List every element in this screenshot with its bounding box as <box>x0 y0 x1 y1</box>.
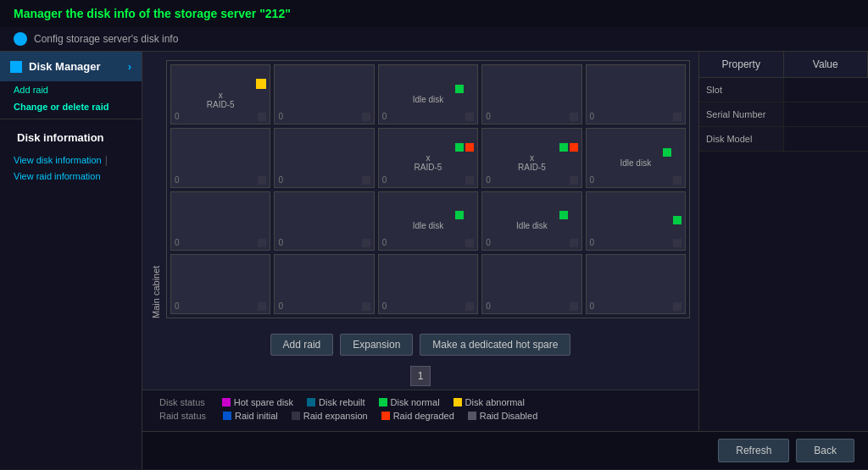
legend-raid-degraded: Raid degraded <box>381 411 454 421</box>
disk-cell[interactable]: 0 <box>586 64 686 124</box>
disk-normal-dot <box>379 398 387 406</box>
sidebar-view-disk[interactable]: View disk information <box>14 155 102 165</box>
legend-disk-normal: Disk normal <box>379 397 440 407</box>
main-layout: Disk Manager › Add raid Change or delete… <box>0 52 868 469</box>
disk-cell[interactable]: 0 <box>274 128 374 188</box>
sidebar-change-delete-raid[interactable]: Change or delete raid <box>0 98 142 115</box>
disk-grid-container: Main cabinet x RAID-500Idle disk00000x R… <box>142 52 698 327</box>
prop-slot-val <box>784 78 869 102</box>
disk-rebuilt-dot <box>307 398 315 406</box>
disk-cell[interactable]: 0 <box>481 64 581 124</box>
hot-spare-label: Hot spare disk <box>234 397 293 407</box>
sidebar-divider <box>0 119 142 119</box>
grid-and-props: Main cabinet x RAID-500Idle disk00000x R… <box>142 52 868 431</box>
add-raid-button[interactable]: Add raid <box>270 334 334 356</box>
raid-degraded-label: Raid degraded <box>393 411 454 421</box>
disk-cell[interactable]: x RAID-50 <box>378 128 478 188</box>
expansion-button[interactable]: Expansion <box>340 334 413 356</box>
sidebar-header-disk-manager[interactable]: Disk Manager › <box>0 52 142 81</box>
disk-normal-label: Disk normal <box>391 397 440 407</box>
disk-manager-section: Disk Manager › Add raid Change or delete… <box>0 52 142 115</box>
disk-cell[interactable]: Idle disk0 <box>481 191 581 252</box>
disk-cell[interactable]: 0 <box>378 254 478 314</box>
prop-slot-key: Slot <box>699 78 784 102</box>
disk-cell[interactable]: 0 <box>170 128 270 188</box>
legend-area: Disk status Hot spare disk Disk rebuilt … <box>142 390 698 431</box>
prop-col1: Property <box>699 52 784 77</box>
legend-raid-disabled: Raid Disabled <box>468 411 537 421</box>
prop-row-slot: Slot <box>699 78 868 102</box>
legend-disk-abnormal: Disk abnormal <box>453 397 525 407</box>
raid-status-label: Raid status <box>159 411 206 421</box>
pagination: 1 <box>142 362 698 390</box>
prop-serial-key: Serial Number <box>699 102 784 126</box>
bottom-bar: Refresh Back <box>142 431 868 469</box>
raid-degraded-dot <box>381 412 390 420</box>
disk-cell[interactable]: 0 <box>170 254 270 314</box>
disk-grid: x RAID-500Idle disk00000x RAID-50x RAID-… <box>166 60 690 318</box>
legend-hot-spare: Hot spare disk <box>222 397 293 407</box>
disk-cell[interactable]: x RAID-50 <box>481 128 581 188</box>
sidebar-add-raid[interactable]: Add raid <box>0 81 142 98</box>
page-1-button[interactable]: 1 <box>410 366 431 386</box>
prop-header: Property Value <box>699 52 868 78</box>
property-panel: Property Value Slot Serial Number Disk M… <box>698 52 868 431</box>
info-icon <box>14 32 27 46</box>
raid-expansion-label: Raid expansion <box>303 411 368 421</box>
grid-section: Main cabinet x RAID-500Idle disk00000x R… <box>142 52 698 431</box>
prop-row-serial: Serial Number <box>699 102 868 127</box>
disk-cell[interactable]: Idle disk0 <box>586 128 686 188</box>
content-wrapper: Main cabinet x RAID-500Idle disk00000x R… <box>142 52 868 469</box>
cabinet-label: Main cabinet <box>151 60 161 318</box>
sidebar-disk-info-label: Disk information <box>17 131 104 144</box>
disk-cell[interactable]: x RAID-50 <box>170 64 270 124</box>
sidebar-view-raid[interactable]: View raid information <box>0 168 142 185</box>
disk-rebuilt-label: Disk rebuilt <box>319 397 364 407</box>
sidebar: Disk Manager › Add raid Change or delete… <box>0 52 142 469</box>
prop-col2: Value <box>784 52 869 77</box>
disk-abnormal-dot <box>453 398 462 406</box>
legend-raid-initial: Raid initial <box>223 411 278 421</box>
prop-serial-val <box>784 102 869 126</box>
raid-disabled-dot <box>468 412 476 420</box>
disk-abnormal-label: Disk abnormal <box>465 397 525 407</box>
prop-row-model: Disk Model <box>699 127 868 152</box>
disk-status-label: Disk status <box>159 397 205 407</box>
disk-cell[interactable]: 0 <box>481 254 581 314</box>
prop-model-val <box>784 127 869 151</box>
raid-disabled-label: Raid Disabled <box>480 411 537 421</box>
disk-cell[interactable]: 0 <box>170 191 270 252</box>
chevron-right-icon: › <box>128 60 131 73</box>
raid-expansion-dot <box>292 412 300 420</box>
buttons-row: Add raid Expansion Make a dedicated hot … <box>142 327 698 362</box>
sidebar-header-disk-info[interactable]: Disk information <box>0 123 142 152</box>
disk-cell[interactable]: 0 <box>274 254 374 314</box>
hot-spare-button[interactable]: Make a dedicated hot spare <box>420 334 570 356</box>
disk-info-section: Disk information View disk information |… <box>0 123 142 185</box>
sidebar-disk-manager-label: Disk Manager <box>29 60 101 73</box>
legend-raid-expansion: Raid expansion <box>292 411 368 421</box>
disk-status-legend-row: Disk status Hot spare disk Disk rebuilt … <box>159 397 682 407</box>
hot-spare-dot <box>222 398 231 406</box>
disk-cell[interactable]: 0 <box>274 191 374 252</box>
legend-disk-rebuilt: Disk rebuilt <box>307 397 364 407</box>
raid-initial-label: Raid initial <box>235 411 278 421</box>
disk-cell[interactable]: Idle disk0 <box>378 191 478 252</box>
refresh-button[interactable]: Refresh <box>718 439 789 462</box>
subtitle-bar: Config storage server's disk info <box>0 27 868 52</box>
disk-manager-icon <box>10 61 22 73</box>
subtitle-text: Config storage server's disk info <box>34 33 178 45</box>
disk-cell[interactable]: Idle disk0 <box>378 64 478 124</box>
disk-cell[interactable]: 0 <box>586 254 686 314</box>
disk-cell[interactable]: 0 <box>586 191 686 252</box>
prop-model-key: Disk Model <box>699 127 784 151</box>
back-button[interactable]: Back <box>796 439 854 462</box>
raid-status-legend-row: Raid status Raid initial Raid expansion … <box>159 411 682 421</box>
page-title: Manager the disk info of the storage ser… <box>0 0 868 27</box>
disk-cell[interactable]: 0 <box>274 64 374 124</box>
raid-initial-dot <box>223 412 231 420</box>
